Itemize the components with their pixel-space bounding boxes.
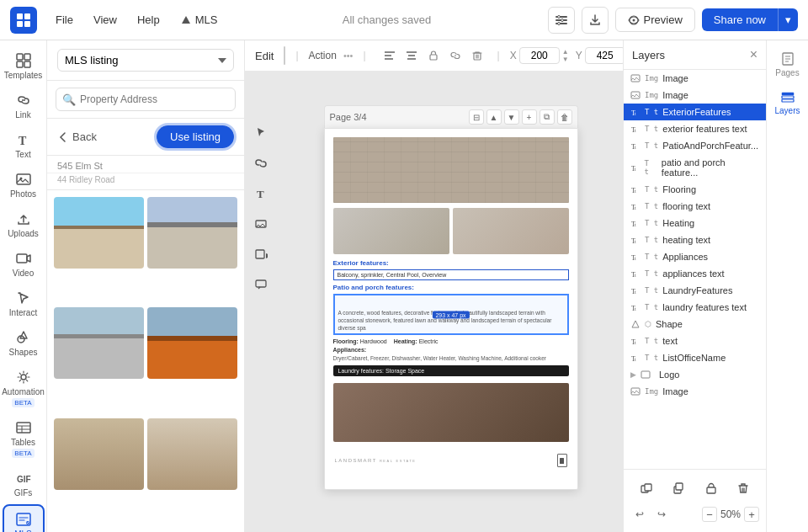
property-photo-5[interactable] bbox=[54, 418, 144, 490]
preview-button[interactable]: Preview bbox=[615, 8, 695, 32]
layer-item-patio-text[interactable]: Tt T t patio and porch feature... bbox=[624, 154, 766, 181]
pos-x-up[interactable]: ▲ bbox=[562, 49, 569, 56]
layer-item-shape[interactable]: ⬡ Shape bbox=[624, 316, 766, 332]
svg-rect-2 bbox=[17, 21, 23, 27]
canvas-align-tools bbox=[380, 45, 487, 66]
select-tool[interactable] bbox=[248, 120, 274, 146]
footer-brand: LANDSMART real estate bbox=[335, 458, 417, 463]
share-button[interactable]: Share now ▾ bbox=[702, 8, 798, 31]
layer-item-heating[interactable]: Tt T t Heating bbox=[624, 215, 766, 231]
layer-arrange-btn[interactable] bbox=[636, 478, 656, 498]
svg-text:GIF: GIF bbox=[17, 475, 31, 484]
layer-copy-btn[interactable] bbox=[668, 478, 688, 498]
media-tool[interactable] bbox=[248, 211, 274, 237]
back-button[interactable]: Back bbox=[57, 130, 97, 143]
layer-item-text[interactable]: Tt T t text bbox=[624, 332, 766, 349]
action-more-btn[interactable]: ••• bbox=[343, 51, 354, 61]
sidebar-item-automation[interactable]: Automation BETA bbox=[3, 364, 45, 412]
layer-item-flooring-text[interactable]: Tt T t flooring text bbox=[624, 198, 766, 215]
use-listing-button[interactable]: Use listing bbox=[157, 125, 234, 148]
canvas-left-tools: T ▶ bbox=[245, 114, 277, 304]
pos-x-down[interactable]: ▼ bbox=[562, 56, 569, 63]
zoom-in-btn[interactable]: + bbox=[744, 507, 759, 522]
property-photo-1[interactable] bbox=[54, 197, 144, 269]
redo-btn[interactable]: ↪ bbox=[652, 505, 671, 524]
layer-item-heating-text[interactable]: Tt T t heating text bbox=[624, 231, 766, 248]
lock-icon-btn[interactable] bbox=[423, 45, 444, 66]
color-swatch[interactable] bbox=[284, 46, 285, 65]
link-tool[interactable] bbox=[248, 151, 274, 176]
layer-lock-btn[interactable] bbox=[701, 478, 721, 498]
property-photo-3[interactable] bbox=[54, 307, 144, 379]
topbar: File View Help MLS All changes saved Pre… bbox=[0, 0, 808, 40]
sidebar-item-templates[interactable]: Templates bbox=[3, 47, 45, 85]
page-align-left[interactable]: ⊟ bbox=[469, 109, 484, 125]
position-y-input[interactable] bbox=[585, 47, 623, 64]
app-logo[interactable] bbox=[10, 7, 37, 34]
page-footer: LANDSMART real estate bbox=[325, 450, 577, 471]
align-tool-1[interactable] bbox=[380, 45, 400, 66]
layer-item-patio-features[interactable]: Tt T t PatioAndPorchFeatur... bbox=[624, 137, 766, 154]
settings-icon-btn[interactable] bbox=[548, 7, 575, 34]
sidebar-item-text[interactable]: T Text bbox=[3, 126, 45, 164]
layer-item-exterior-features[interactable]: Tt T t ExteriorFeatures bbox=[624, 104, 766, 120]
menu-file[interactable]: File bbox=[47, 10, 82, 29]
link-icon-btn[interactable] bbox=[445, 45, 465, 66]
sidebar-item-shapes[interactable]: Shapes bbox=[3, 324, 45, 362]
appliances-label: Appliances: bbox=[333, 347, 569, 353]
sidebar-item-video[interactable]: Video bbox=[3, 245, 45, 283]
page-add-btn[interactable]: + bbox=[522, 109, 537, 125]
property-photo-2[interactable] bbox=[147, 197, 237, 269]
layer-item-image-2[interactable]: Img Image bbox=[624, 87, 766, 104]
shape-tool[interactable]: ▶ bbox=[248, 242, 274, 267]
page-controls: ⊟ ▲ ▼ + ⧉ 🗑 bbox=[469, 109, 572, 125]
sidebar-item-uploads[interactable]: Uploads bbox=[3, 205, 45, 243]
page-down-btn[interactable]: ▼ bbox=[504, 109, 519, 125]
property-photo-4[interactable] bbox=[147, 307, 237, 379]
layer-item-list-office[interactable]: Tt T t ListOfficeName bbox=[624, 349, 766, 366]
tab-layers[interactable]: Layers bbox=[769, 85, 806, 120]
comment-tool[interactable] bbox=[248, 272, 274, 297]
position-x-input[interactable] bbox=[519, 47, 560, 64]
sidebar-item-interact[interactable]: Interact bbox=[3, 285, 45, 322]
layer-item-image-3[interactable]: Img Image bbox=[624, 383, 766, 400]
page-interior: Exterior features: Balcony, sprinkler, C… bbox=[325, 129, 577, 450]
svg-rect-38 bbox=[474, 53, 481, 60]
layer-item-appliances[interactable]: Tt T t Appliances bbox=[624, 248, 766, 265]
patio-text-selected-box[interactable]: 293 x 47 px A concrete, wood features, d… bbox=[333, 294, 569, 335]
download-btn[interactable] bbox=[582, 7, 609, 34]
page-delete-btn[interactable]: 🗑 bbox=[557, 109, 572, 125]
layer-item-exterior-text[interactable]: Tt T t exterior features text bbox=[624, 120, 766, 137]
sidebar-item-photos[interactable]: Photos bbox=[3, 166, 45, 204]
text-tool[interactable]: T bbox=[248, 181, 274, 206]
svg-point-8 bbox=[561, 19, 563, 21]
delete-element-btn[interactable] bbox=[467, 45, 487, 66]
layer-item-logo-group[interactable]: ▶ Logo bbox=[624, 366, 766, 383]
sidebar-item-tables[interactable]: Tables BETA bbox=[3, 414, 45, 463]
menu-mls[interactable]: MLS bbox=[172, 10, 226, 29]
page-copy-btn[interactable]: ⧉ bbox=[540, 109, 555, 125]
layer-delete-btn[interactable] bbox=[733, 478, 753, 498]
layers-close-btn[interactable]: × bbox=[750, 47, 758, 62]
zoom-out-btn[interactable]: − bbox=[702, 507, 717, 522]
layer-item-image-1[interactable]: Img Image bbox=[624, 70, 766, 87]
align-tool-2[interactable] bbox=[401, 45, 422, 66]
undo-btn[interactable]: ↩ bbox=[630, 505, 649, 524]
edit-label: Edit bbox=[255, 50, 274, 62]
listing-type-select[interactable]: MLS listing bbox=[57, 49, 234, 72]
layer-item-laundry-text[interactable]: Tt T t laundry features text bbox=[624, 299, 766, 316]
sidebar-item-link[interactable]: Link bbox=[3, 87, 45, 125]
page-up-btn[interactable]: ▲ bbox=[486, 109, 502, 125]
property-photo-6[interactable] bbox=[147, 418, 237, 490]
sidebar-item-mls[interactable]: MLS bbox=[3, 504, 45, 532]
layer-item-flooring[interactable]: Tt T t Flooring bbox=[624, 181, 766, 198]
menu-view[interactable]: View bbox=[85, 10, 125, 29]
property-search-input[interactable] bbox=[56, 88, 236, 111]
layer-item-laundry[interactable]: Tt T t LaundryFeatures bbox=[624, 282, 766, 299]
exterior-features-box[interactable]: Balcony, sprinkler, Central Pool, Overvi… bbox=[333, 269, 569, 280]
tab-pages[interactable]: Pages bbox=[769, 47, 806, 82]
sidebar-item-gifs[interactable]: GIF GIFs bbox=[3, 465, 45, 503]
property-address-label: 44 Ridley Road bbox=[47, 173, 244, 190]
layer-item-appliances-text[interactable]: Tt T t appliances text bbox=[624, 265, 766, 282]
menu-help[interactable]: Help bbox=[129, 10, 168, 29]
